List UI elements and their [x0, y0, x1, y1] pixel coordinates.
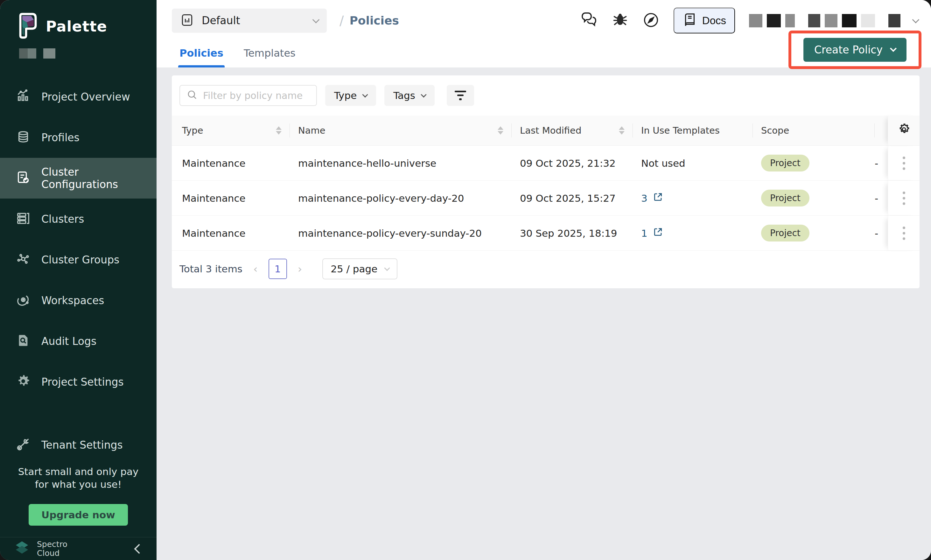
next-page-button[interactable]: ›: [298, 263, 302, 275]
document-search-icon: [16, 333, 31, 349]
tags-filter-label: Tags: [393, 90, 415, 101]
kebab-menu-icon[interactable]: [900, 223, 908, 243]
database-icon: [16, 129, 31, 145]
sort-icon[interactable]: [276, 126, 282, 135]
cell-in-use: 1: [633, 216, 753, 251]
header-type[interactable]: Type: [172, 115, 290, 145]
in-use-templates-link[interactable]: 3: [641, 192, 663, 205]
redacted-block: [808, 14, 820, 28]
bar-chart-icon: [16, 89, 31, 105]
sidebar-item-workspaces[interactable]: Workspaces: [0, 280, 157, 321]
redacted-block: [19, 48, 36, 58]
row-actions[interactable]: [888, 181, 920, 215]
type-filter-label: Type: [334, 90, 357, 101]
chevron-down-icon: [421, 92, 426, 97]
sidebar-item-cluster-configurations[interactable]: Cluster Configurations: [0, 158, 157, 198]
cell-tags: -: [875, 181, 888, 215]
docs-button[interactable]: Docs: [674, 8, 735, 34]
sidebar-item-profiles[interactable]: Profiles: [0, 117, 157, 158]
sidebar-item-label: Tenant Settings: [42, 439, 123, 451]
table-row[interactable]: Maintenance maintenance-policy-every-sun…: [172, 216, 920, 251]
policies-table: Type Name Last Modified: [172, 115, 920, 251]
cell-scope: Project: [753, 181, 875, 215]
in-use-templates-link[interactable]: 1: [641, 226, 663, 240]
table-row[interactable]: Maintenance maintenance-hello-universe 0…: [172, 146, 920, 181]
search-icon: [186, 89, 198, 102]
tab-templates[interactable]: Templates: [244, 47, 295, 68]
page-number[interactable]: 1: [269, 259, 287, 279]
cell-last-modified: 30 Sep 2025, 18:19: [512, 216, 633, 251]
sidebar-item-project-overview[interactable]: Project Overview: [0, 76, 157, 117]
filter-icon: [455, 91, 466, 92]
cell-in-use: 3: [633, 181, 753, 215]
scope-badge: Project: [761, 190, 809, 206]
row-actions[interactable]: [888, 146, 920, 180]
topbar: Default / Policies: [157, 0, 931, 68]
sort-icon[interactable]: [498, 126, 503, 135]
gear-icon: [897, 123, 911, 139]
palette-logo-icon: [18, 13, 37, 40]
project-meta-redacted: [0, 40, 157, 58]
external-link-icon: [652, 192, 663, 205]
cell-tags: -: [875, 146, 888, 180]
cell-scope: Project: [753, 146, 875, 180]
page-size-select[interactable]: 25 / page: [322, 258, 397, 279]
sidebar-item-cluster-groups[interactable]: Cluster Groups: [0, 239, 157, 280]
filter-button[interactable]: [447, 85, 474, 106]
header-in-use-templates: In Use Templates: [633, 115, 753, 145]
orbit-icon: [16, 292, 31, 308]
type-filter-dropdown[interactable]: Type: [325, 85, 376, 106]
breadcrumb: / Policies: [340, 13, 399, 28]
promo-text-line1: Start small and only pay: [0, 465, 157, 478]
sidebar-item-tenant-settings[interactable]: Tenant Settings: [0, 425, 157, 465]
table-row[interactable]: Maintenance maintenance-policy-every-day…: [172, 181, 920, 216]
brand-logo-row: Palette: [0, 0, 157, 40]
sidebar-item-label: Project Settings: [42, 376, 124, 388]
sidebar-item-project-settings[interactable]: Project Settings: [0, 362, 157, 402]
explore-button[interactable]: [642, 11, 660, 29]
create-policy-button[interactable]: Create Policy: [803, 38, 906, 62]
project-selector-value: Default: [202, 14, 240, 27]
filter-toolbar: Type Tags: [172, 75, 920, 115]
search-input[interactable]: [203, 90, 310, 101]
collapse-sidebar-icon[interactable]: [134, 544, 144, 554]
content-area: Type Tags T: [157, 68, 931, 560]
topbar-actions: Docs: [580, 8, 918, 34]
cell-name: maintenance-policy-every-day-20: [290, 181, 512, 215]
sidebar-item-label: Cluster Configurations: [42, 166, 157, 191]
header-column-settings[interactable]: [888, 115, 920, 145]
tab-policies[interactable]: Policies: [180, 47, 223, 68]
sidebar-item-label: Workspaces: [42, 294, 105, 307]
feedback-button[interactable]: [580, 11, 598, 30]
upgrade-now-button[interactable]: Upgrade now: [29, 504, 128, 526]
chevron-down-icon: [385, 265, 390, 271]
user-menu[interactable]: [749, 14, 918, 28]
report-bug-button[interactable]: [612, 12, 628, 29]
breadcrumb-current: Policies: [349, 14, 399, 27]
spectro-cloud-name: Spectro Cloud: [37, 540, 68, 558]
header-last-modified[interactable]: Last Modified: [512, 115, 633, 145]
chat-bubbles-icon: [580, 11, 598, 30]
header-name[interactable]: Name: [290, 115, 512, 145]
upgrade-promo: Start small and only pay for what you us…: [0, 465, 157, 537]
breadcrumb-separator: /: [340, 13, 344, 28]
cell-tags: -: [875, 216, 888, 251]
bug-icon: [612, 12, 628, 29]
sidebar-item-label: Profiles: [42, 131, 80, 144]
sidebar-item-clusters[interactable]: Clusters: [0, 198, 157, 239]
tools-icon: [16, 437, 31, 453]
kebab-menu-icon[interactable]: [900, 153, 908, 173]
cell-type: Maintenance: [172, 216, 290, 251]
servers-icon: [16, 211, 31, 227]
row-actions[interactable]: [888, 216, 920, 251]
sidebar-item-audit-logs[interactable]: Audit Logs: [0, 321, 157, 362]
cell-type: Maintenance: [172, 146, 290, 180]
sort-icon[interactable]: [619, 126, 625, 135]
book-icon: [683, 13, 697, 28]
kebab-menu-icon[interactable]: [900, 188, 908, 208]
project-selector[interactable]: Default: [172, 9, 327, 33]
scope-badge: Project: [761, 225, 809, 242]
previous-page-button[interactable]: ‹: [253, 263, 258, 275]
tags-filter-dropdown[interactable]: Tags: [385, 85, 435, 106]
create-policy-highlight-annotation: Create Policy: [788, 31, 922, 69]
